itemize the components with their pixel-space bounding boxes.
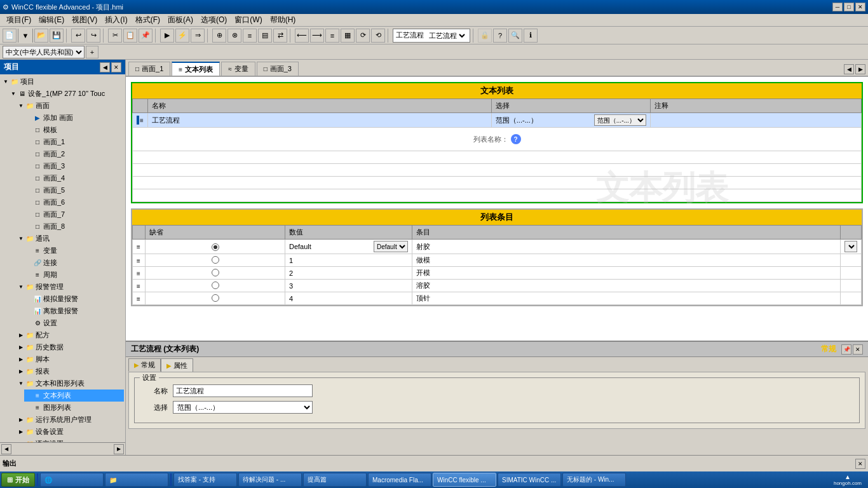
tree-item-langsettings[interactable]: ▼ 📁 语言设置 bbox=[17, 438, 124, 442]
task-btn-answers[interactable]: 找答案 - 支持 bbox=[173, 473, 237, 487]
radio-default[interactable] bbox=[212, 281, 219, 289]
props-tab-regular[interactable]: ▶ 常规 bbox=[128, 358, 161, 372]
menu-view[interactable]: 视图(V) bbox=[68, 13, 101, 27]
tab-screen3[interactable]: □ 画面_3 bbox=[257, 62, 299, 76]
btn8[interactable]: ▤ bbox=[258, 29, 272, 43]
tree-item-alarms[interactable]: ▼ 📁 报警管理 bbox=[17, 281, 124, 293]
tree-item-graphiclist[interactable]: ≡ 图形列表 bbox=[24, 402, 124, 414]
entry-dropdown[interactable] bbox=[844, 241, 857, 252]
task-btn-simatic[interactable]: SIMATIC WinCC ... bbox=[498, 473, 561, 487]
tree-toggle[interactable]: ▼ bbox=[18, 284, 24, 290]
default-cell[interactable] bbox=[146, 240, 285, 254]
default-cell[interactable] bbox=[146, 267, 285, 280]
tree-item-add-screen[interactable]: ▶ 添加 画面 bbox=[24, 112, 124, 124]
redo-button[interactable]: ↪ bbox=[86, 29, 100, 43]
table-row[interactable]: ≡ 2 开模 bbox=[133, 267, 862, 280]
radio-default[interactable] bbox=[212, 269, 219, 276]
menu-window[interactable]: 窗口(W) bbox=[231, 13, 266, 27]
tree-item-devicesettings[interactable]: ▶ 📁 设备设置 bbox=[17, 426, 124, 438]
tree-toggle[interactable]: ▶ bbox=[18, 344, 24, 351]
entry-cell[interactable]: 溶胶 bbox=[412, 280, 841, 292]
comment-cell[interactable] bbox=[650, 113, 861, 128]
cut-button[interactable]: ✂ bbox=[108, 29, 122, 43]
btn15[interactable]: ⟲ bbox=[371, 29, 385, 43]
tree-toggle[interactable]: ▶ bbox=[18, 417, 24, 423]
lang-add-button[interactable]: + bbox=[86, 46, 98, 58]
extra-cell[interactable] bbox=[841, 240, 862, 254]
tree-item-history[interactable]: ▶ 📁 历史数据 bbox=[17, 341, 124, 353]
name-cell[interactable]: 工艺流程 bbox=[147, 113, 491, 128]
tree-item-cycle[interactable]: ≡ 周期 bbox=[24, 269, 124, 281]
default-cell[interactable] bbox=[146, 292, 285, 305]
tree-item-discrete-alarm[interactable]: 📊 离散量报警 bbox=[24, 305, 124, 317]
recipe-dropdown[interactable]: 工艺流程 工艺流程 bbox=[393, 29, 470, 43]
btn7[interactable]: ≡ bbox=[243, 29, 257, 43]
table-row[interactable]: ≡ 3 溶胶 bbox=[133, 280, 862, 292]
undo-button[interactable]: ↩ bbox=[71, 29, 85, 43]
tree-item-recipe[interactable]: ▶ 📁 配方 bbox=[17, 329, 124, 341]
entry-cell[interactable]: 开模 bbox=[412, 267, 841, 280]
menu-panel[interactable]: 面板(A) bbox=[164, 13, 197, 27]
minimize-button[interactable]: ─ bbox=[832, 3, 843, 11]
props-tab-attrs[interactable]: ▶ 属性 bbox=[161, 358, 193, 372]
recipe-select[interactable]: 工艺流程 bbox=[426, 31, 467, 40]
close-button[interactable]: ✕ bbox=[855, 3, 865, 11]
entry-cell[interactable]: 射胶 bbox=[412, 240, 841, 254]
tab-screen1[interactable]: □ 画面_1 bbox=[128, 62, 170, 76]
open-button[interactable]: 📂 bbox=[34, 29, 48, 43]
tree-item-reports[interactable]: ▶ 📁 报表 bbox=[17, 365, 124, 377]
new-button[interactable]: 📄 bbox=[3, 29, 17, 43]
entry-cell[interactable]: 做模 bbox=[412, 254, 841, 267]
tree-item-screen1[interactable]: □ 画面_1 bbox=[24, 136, 124, 148]
tree-item-screen6[interactable]: □ 画面_6 bbox=[24, 196, 124, 208]
tree-item-screen2[interactable]: □ 画面_2 bbox=[24, 148, 124, 160]
radio-default[interactable] bbox=[212, 256, 219, 264]
tab-nav-left[interactable]: ◀ bbox=[844, 64, 854, 74]
start-button[interactable]: ⊞ 开始 bbox=[1, 473, 35, 487]
task-btn-improve[interactable]: 提高篇 bbox=[303, 473, 367, 487]
props-pin-button[interactable]: 📌 bbox=[841, 344, 851, 355]
btn13[interactable]: ▦ bbox=[341, 29, 355, 43]
tree-toggle[interactable]: ▶ bbox=[18, 369, 24, 375]
tree-toggle[interactable]: ▶ bbox=[18, 332, 24, 339]
menu-format[interactable]: 格式(F) bbox=[132, 13, 164, 27]
value-cell[interactable]: 2 bbox=[285, 267, 412, 280]
tree-item-settings[interactable]: ⚙ 设置 bbox=[24, 317, 124, 329]
tree-toggle[interactable]: ▶ bbox=[18, 356, 24, 363]
scroll-left[interactable]: ◀ bbox=[1, 444, 11, 454]
tab-vars[interactable]: ≈ 变量 bbox=[221, 62, 255, 76]
paste-button[interactable]: 📌 bbox=[139, 29, 153, 43]
table-row[interactable]: ≡ 4 顶针 bbox=[133, 292, 862, 305]
radio-default[interactable] bbox=[212, 294, 219, 302]
value-cell[interactable]: Default Default bbox=[285, 240, 412, 254]
tree-item-screen4[interactable]: □ 画面_4 bbox=[24, 172, 124, 184]
value-cell[interactable]: 3 bbox=[285, 280, 412, 292]
menu-insert[interactable]: 插入(I) bbox=[101, 13, 131, 27]
info-btn[interactable]: ℹ bbox=[524, 29, 538, 43]
menu-help[interactable]: 帮助(H) bbox=[266, 13, 300, 27]
compile2-button[interactable]: ⚡ bbox=[175, 29, 189, 43]
tree-item-analog-alarm[interactable]: 📊 模拟量报警 bbox=[24, 293, 124, 305]
tree-item-vars[interactable]: ≡ 变量 bbox=[24, 245, 124, 257]
name-field-input[interactable] bbox=[173, 384, 313, 397]
tree-item-device[interactable]: ▼ 🖥 设备_1(MP 277 10'' Touc bbox=[9, 88, 124, 100]
copy-button[interactable]: 📋 bbox=[123, 29, 137, 43]
menu-options[interactable]: 选项(O) bbox=[197, 13, 231, 27]
task-btn-ie[interactable]: 🌐 bbox=[40, 473, 104, 487]
value-cell[interactable]: 1 bbox=[285, 254, 412, 267]
task-btn-wincc[interactable]: WinCC flexible ... bbox=[433, 473, 496, 487]
tree-item-screen5[interactable]: □ 画面_5 bbox=[24, 184, 124, 196]
tree-item-conn[interactable]: 🔗 连接 bbox=[24, 257, 124, 269]
compile-button[interactable]: ▶ bbox=[160, 29, 174, 43]
tree-item-comms[interactable]: ▼ 📁 通讯 bbox=[17, 233, 124, 245]
default-cell[interactable] bbox=[146, 280, 285, 292]
table-row[interactable]: ≡ Default Default bbox=[133, 240, 862, 254]
table-row[interactable]: ≡ 工艺流程 范围（...-...） 范围（...-...） bbox=[133, 113, 862, 128]
value-dropdown[interactable]: Default bbox=[374, 241, 408, 252]
entry-cell[interactable]: 顶针 bbox=[412, 292, 841, 305]
search-btn[interactable]: 🔍 bbox=[508, 29, 522, 43]
btn11[interactable]: ⟶ bbox=[310, 29, 324, 43]
selection-cell[interactable]: 范围（...-...） 范围（...-...） bbox=[491, 113, 650, 128]
transfer-button[interactable]: ⇒ bbox=[191, 29, 205, 43]
radio-default[interactable] bbox=[212, 243, 219, 251]
